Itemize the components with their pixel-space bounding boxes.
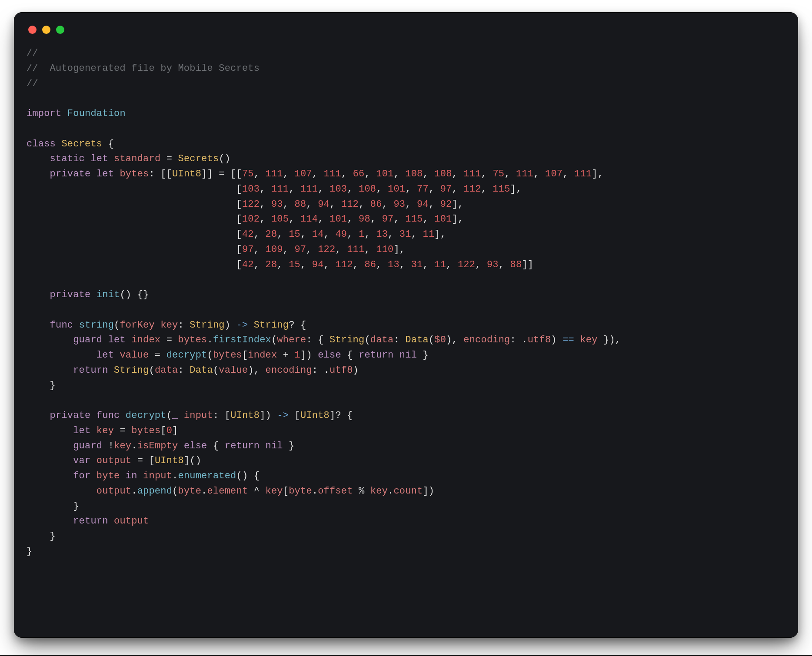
close-icon[interactable]: [28, 26, 37, 34]
zoom-icon[interactable]: [56, 26, 64, 34]
module-name: Foundation: [67, 108, 126, 119]
window-traffic-lights: [28, 26, 785, 34]
editor-window: // // Autogenerated file by Mobile Secre…: [14, 12, 798, 638]
comment-line: //: [27, 48, 38, 59]
comment-line: // Autogenerated file by Mobile Secrets: [27, 63, 260, 74]
stage: // // Autogenerated file by Mobile Secre…: [0, 0, 812, 656]
class-name: Secrets: [61, 139, 102, 149]
comment-line: //: [27, 78, 38, 89]
keyword-class: class: [27, 139, 56, 149]
minimize-icon[interactable]: [42, 26, 50, 34]
code-block: // // Autogenerated file by Mobile Secre…: [27, 46, 785, 560]
keyword-import: import: [27, 108, 61, 119]
